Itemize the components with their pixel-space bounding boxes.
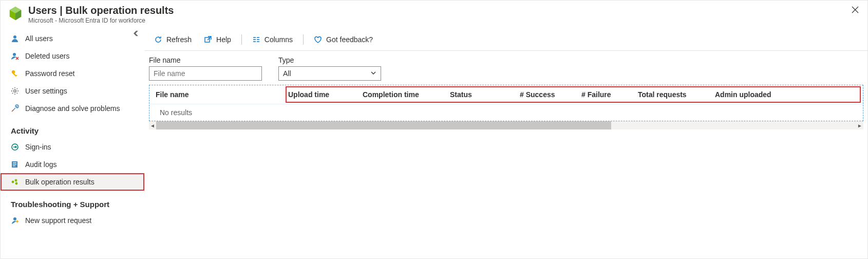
close-button[interactable]: [849, 4, 861, 16]
bulk-results-icon: [11, 178, 19, 186]
toolbar-label: Help: [216, 35, 231, 44]
log-icon: [11, 160, 19, 169]
sidebar: All users Deleted users Password reset U…: [1, 26, 144, 259]
refresh-button[interactable]: Refresh: [149, 31, 197, 48]
sidebar-item-diagnose[interactable]: Diagnose and solve problems: [1, 100, 144, 117]
main-content: Refresh Help Columns Got feedback: [144, 26, 867, 259]
nav-label: New support request: [25, 216, 91, 225]
toolbar-label: Refresh: [166, 35, 192, 44]
scroll-left-icon[interactable]: ◄: [149, 123, 156, 128]
filter-row: File name Type All: [145, 51, 867, 85]
svg-rect-19: [17, 220, 18, 223]
svg-rect-7: [16, 75, 17, 76]
gear-icon: [11, 87, 19, 95]
nav-label: Audit logs: [25, 160, 56, 169]
filename-filter-label: File name: [149, 56, 262, 64]
svg-point-16: [15, 182, 18, 185]
sidebar-item-bulk-operation-results[interactable]: Bulk operation results: [1, 173, 144, 191]
nav-label: Password reset: [25, 69, 74, 78]
col-total-requests[interactable]: Total requests: [638, 90, 715, 99]
toolbar-label: Columns: [265, 35, 293, 44]
nav-label: User settings: [25, 87, 67, 95]
svg-point-17: [13, 217, 16, 220]
svg-rect-12: [13, 164, 16, 164]
sidebar-item-user-settings[interactable]: User settings: [1, 82, 144, 100]
sidebar-item-password-reset[interactable]: Password reset: [1, 65, 144, 82]
svg-rect-6: [13, 73, 16, 77]
sidebar-section-support: Troubleshooting + Support: [1, 191, 144, 212]
sidebar-item-all-users[interactable]: All users: [1, 30, 144, 47]
signin-icon: [11, 143, 19, 151]
refresh-icon: [154, 35, 162, 44]
wrench-icon: [11, 104, 19, 113]
nav-label: Sign-ins: [25, 143, 51, 151]
svg-point-3: [13, 35, 16, 39]
support-icon: [11, 216, 19, 225]
sidebar-item-deleted-users[interactable]: Deleted users: [1, 47, 144, 65]
svg-rect-20: [205, 38, 210, 42]
sidebar-item-sign-ins[interactable]: Sign-ins: [1, 138, 144, 156]
col-admin-uploaded[interactable]: Admin uploaded: [715, 90, 863, 99]
type-filter-value: All: [283, 69, 291, 78]
scrollbar-thumb[interactable]: [156, 121, 611, 130]
svg-point-8: [14, 90, 16, 92]
col-completion-time[interactable]: Completion time: [363, 90, 450, 99]
toolbar: Refresh Help Columns Got feedback: [145, 28, 867, 51]
person-delete-icon: [11, 52, 19, 60]
columns-button[interactable]: Columns: [247, 31, 298, 48]
type-filter-select[interactable]: All: [278, 66, 381, 81]
col-failure[interactable]: # Failure: [581, 90, 638, 99]
person-icon: [11, 34, 19, 43]
separator: [303, 34, 304, 45]
product-logo-icon: [8, 6, 23, 21]
type-filter-label: Type: [278, 56, 381, 64]
toolbar-label: Got feedback?: [326, 35, 373, 44]
nav-label: All users: [25, 34, 53, 43]
col-status[interactable]: Status: [450, 90, 520, 99]
heart-icon: [314, 35, 322, 44]
columns-icon: [252, 35, 260, 44]
page-header: Users | Bulk operation results Microsoft…: [1, 1, 867, 26]
col-success[interactable]: # Success: [520, 90, 581, 99]
nav-label: Diagnose and solve problems: [25, 104, 120, 113]
scroll-right-icon[interactable]: ►: [856, 123, 863, 128]
svg-point-15: [15, 179, 17, 182]
horizontal-scrollbar[interactable]: ◄ ►: [149, 121, 863, 130]
page-title: Users | Bulk operation results: [28, 5, 174, 16]
no-results-text: No results: [149, 104, 863, 121]
col-upload-time[interactable]: Upload time: [288, 90, 363, 99]
sidebar-item-new-support-request[interactable]: New support request: [1, 212, 144, 229]
page-subtitle: Microsoft - Microsoft Entra ID for workf…: [28, 17, 174, 24]
collapse-sidebar-button[interactable]: [133, 30, 140, 39]
col-filename[interactable]: File name: [156, 90, 288, 99]
nav-label: Deleted users: [25, 52, 69, 60]
key-icon: [11, 69, 19, 78]
external-link-icon: [204, 35, 212, 44]
svg-point-14: [12, 181, 14, 183]
table-header-row: File name Upload time Completion time St…: [149, 85, 863, 104]
nav-label: Bulk operation results: [25, 178, 95, 186]
svg-rect-13: [13, 165, 15, 166]
sidebar-section-activity: Activity: [1, 117, 144, 138]
help-button[interactable]: Help: [199, 31, 236, 48]
svg-point-4: [13, 53, 16, 56]
chevron-down-icon: [370, 69, 376, 78]
results-table: File name Upload time Completion time St…: [149, 85, 863, 121]
separator: [241, 34, 242, 45]
feedback-button[interactable]: Got feedback?: [309, 31, 378, 48]
svg-point-5: [12, 70, 15, 73]
filename-filter-input[interactable]: [149, 66, 262, 81]
sidebar-item-audit-logs[interactable]: Audit logs: [1, 156, 144, 173]
svg-rect-11: [13, 162, 16, 163]
